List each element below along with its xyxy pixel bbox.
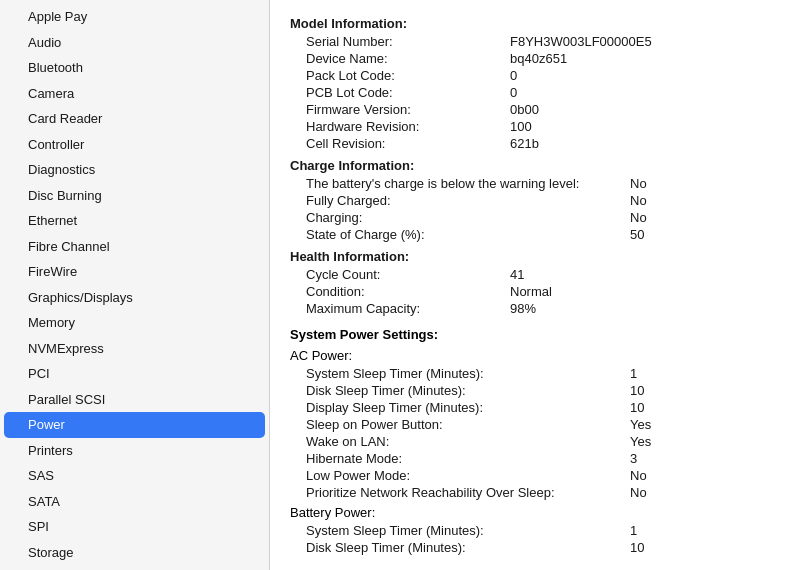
sidebar-item-diagnostics[interactable]: Diagnostics <box>0 157 269 183</box>
table-row: Sleep on Power Button:Yes <box>290 416 780 433</box>
model-info-header: Model Information: <box>290 16 780 31</box>
sidebar-item-apple-pay[interactable]: Apple Pay <box>0 4 269 30</box>
table-row: System Sleep Timer (Minutes):1 <box>290 522 780 539</box>
sidebar-item-ethernet[interactable]: Ethernet <box>0 208 269 234</box>
sidebar-item-sas[interactable]: SAS <box>0 463 269 489</box>
table-row: Fully Charged:No <box>290 192 780 209</box>
field-label: Display Sleep Timer (Minutes): <box>290 400 630 415</box>
field-label: Wake on LAN: <box>290 434 630 449</box>
field-value: 1 <box>630 523 780 538</box>
field-value: 1 <box>630 366 780 381</box>
field-label: Disk Sleep Timer (Minutes): <box>290 540 630 555</box>
field-label: Device Name: <box>290 51 510 66</box>
field-value: 3 <box>630 451 780 466</box>
sidebar-item-nvmexpress[interactable]: NVMExpress <box>0 336 269 362</box>
sidebar-item-memory[interactable]: Memory <box>0 310 269 336</box>
table-row: Display Sleep Timer (Minutes):10 <box>290 399 780 416</box>
sidebar-item-controller[interactable]: Controller <box>0 132 269 158</box>
field-label: Maximum Capacity: <box>290 301 510 316</box>
field-value: No <box>630 193 780 208</box>
field-value: 0 <box>510 68 780 83</box>
field-label: Pack Lot Code: <box>290 68 510 83</box>
sidebar-item-graphics-displays[interactable]: Graphics/Displays <box>0 285 269 311</box>
field-value: 10 <box>630 383 780 398</box>
field-label: System Sleep Timer (Minutes): <box>290 523 630 538</box>
sidebar: Apple PayAudioBluetoothCameraCard Reader… <box>0 0 270 570</box>
table-row: Charging:No <box>290 209 780 226</box>
field-value: 0b00 <box>510 102 780 117</box>
table-row: Cell Revision:621b <box>290 135 780 152</box>
field-label: Sleep on Power Button: <box>290 417 630 432</box>
field-label: Firmware Version: <box>290 102 510 117</box>
charge-info-header: Charge Information: <box>290 158 780 173</box>
field-label: Charging: <box>290 210 630 225</box>
field-value: Normal <box>510 284 780 299</box>
field-value: 621b <box>510 136 780 151</box>
field-label: Serial Number: <box>290 34 510 49</box>
sidebar-item-thunderbolt-usb4[interactable]: Thunderbolt/USB4 <box>0 565 269 570</box>
field-value: No <box>630 485 780 500</box>
field-label: Condition: <box>290 284 510 299</box>
table-row: PCB Lot Code:0 <box>290 84 780 101</box>
table-row: The battery's charge is below the warnin… <box>290 175 780 192</box>
field-value: Yes <box>630 434 780 449</box>
field-label: State of Charge (%): <box>290 227 630 242</box>
table-row: Pack Lot Code:0 <box>290 67 780 84</box>
battery-power-label: Battery Power: <box>290 505 780 520</box>
system-power-header: System Power Settings: <box>290 327 780 342</box>
sidebar-item-power[interactable]: Power <box>4 412 265 438</box>
field-value: No <box>630 176 780 191</box>
field-value: F8YH3W003LF00000E5 <box>510 34 780 49</box>
field-label: System Sleep Timer (Minutes): <box>290 366 630 381</box>
field-label: Hibernate Mode: <box>290 451 630 466</box>
table-row: Hibernate Mode:3 <box>290 450 780 467</box>
table-row: Low Power Mode:No <box>290 467 780 484</box>
info-table: Model Information: Serial Number:F8YH3W0… <box>290 16 780 556</box>
ac-power-label: AC Power: <box>290 348 780 363</box>
table-row: Wake on LAN:Yes <box>290 433 780 450</box>
table-row: State of Charge (%):50 <box>290 226 780 243</box>
table-row: Disk Sleep Timer (Minutes):10 <box>290 382 780 399</box>
field-label: Cycle Count: <box>290 267 510 282</box>
field-value: No <box>630 210 780 225</box>
sidebar-item-card-reader[interactable]: Card Reader <box>0 106 269 132</box>
health-info-header: Health Information: <box>290 249 780 264</box>
sidebar-item-storage[interactable]: Storage <box>0 540 269 566</box>
table-row: Disk Sleep Timer (Minutes):10 <box>290 539 780 556</box>
field-value: No <box>630 468 780 483</box>
table-row: Firmware Version:0b00 <box>290 101 780 118</box>
sidebar-item-camera[interactable]: Camera <box>0 81 269 107</box>
field-value: 10 <box>630 540 780 555</box>
sidebar-item-pci[interactable]: PCI <box>0 361 269 387</box>
table-row: Serial Number:F8YH3W003LF00000E5 <box>290 33 780 50</box>
sidebar-item-audio[interactable]: Audio <box>0 30 269 56</box>
sidebar-item-bluetooth[interactable]: Bluetooth <box>0 55 269 81</box>
sidebar-item-fibre-channel[interactable]: Fibre Channel <box>0 234 269 260</box>
field-value: 100 <box>510 119 780 134</box>
field-label: Disk Sleep Timer (Minutes): <box>290 383 630 398</box>
field-label: The battery's charge is below the warnin… <box>290 176 630 191</box>
sidebar-item-disc-burning[interactable]: Disc Burning <box>0 183 269 209</box>
field-label: Prioritize Network Reachability Over Sle… <box>290 485 630 500</box>
table-row: Prioritize Network Reachability Over Sle… <box>290 484 780 501</box>
table-row: Hardware Revision:100 <box>290 118 780 135</box>
table-row: Cycle Count:41 <box>290 266 780 283</box>
sidebar-item-printers[interactable]: Printers <box>0 438 269 464</box>
sidebar-item-spi[interactable]: SPI <box>0 514 269 540</box>
field-label: Hardware Revision: <box>290 119 510 134</box>
field-label: Fully Charged: <box>290 193 630 208</box>
sidebar-item-firewire[interactable]: FireWire <box>0 259 269 285</box>
field-value: 50 <box>630 227 780 242</box>
field-label: PCB Lot Code: <box>290 85 510 100</box>
table-row: Condition:Normal <box>290 283 780 300</box>
table-row: Device Name:bq40z651 <box>290 50 780 67</box>
sidebar-item-parallel-scsi[interactable]: Parallel SCSI <box>0 387 269 413</box>
field-value: bq40z651 <box>510 51 780 66</box>
table-row: Maximum Capacity:98% <box>290 300 780 317</box>
field-value: Yes <box>630 417 780 432</box>
field-label: Low Power Mode: <box>290 468 630 483</box>
field-value: 98% <box>510 301 780 316</box>
sidebar-item-sata[interactable]: SATA <box>0 489 269 515</box>
main-content: Model Information: Serial Number:F8YH3W0… <box>270 0 800 570</box>
field-value: 0 <box>510 85 780 100</box>
